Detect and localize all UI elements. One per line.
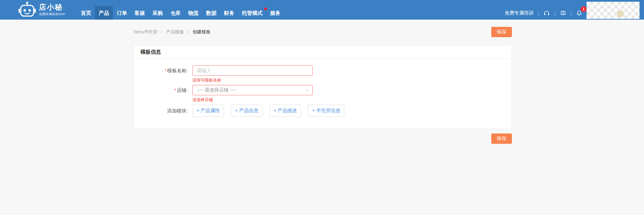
shop-label: *店铺: — [133, 85, 188, 102]
save-button-top[interactable]: 保存 — [491, 27, 512, 37]
shop-error: 请选择店铺 — [192, 97, 313, 102]
nav-item-managed-mode[interactable]: 托管模式 — [238, 6, 266, 20]
headset-icon[interactable] — [544, 10, 550, 16]
divider: | — [571, 10, 572, 15]
nav-item-logistics[interactable]: 物流 — [184, 6, 202, 20]
add-semi-managed-info-button[interactable]: + 半托管信息 — [308, 105, 344, 117]
shop-select-placeholder: ---- 请选择店铺 ---- — [197, 87, 236, 93]
shop-control: ---- 请选择店铺 ---- 请选择店铺 — [192, 85, 313, 102]
chevron-down-icon — [305, 89, 309, 92]
top-navbar: 店小秘 免费跨境电商ERP 首页 产品 订单 客服 采购 仓库 物流 数据 财务… — [0, 0, 644, 20]
shop-label-text: 店铺: — [177, 87, 188, 93]
template-name-error: 请填写模板名称 — [192, 78, 313, 83]
template-info-card: 模板信息 *模板名称: 请填写模板名称 *店铺: ---- 请选择店铺 ---- — [133, 45, 512, 129]
nav-item-warehouse[interactable]: 仓库 — [167, 6, 184, 20]
logo-subtitle: 免费跨境电商ERP — [39, 12, 65, 17]
template-name-label-text: 模板名称: — [167, 68, 188, 73]
nav-item-home[interactable]: 首页 — [77, 6, 95, 20]
divider: | — [538, 10, 539, 15]
add-modules-row: 添加模块: + 产品属性 + 产品信息 + 产品描述 + 半托管信息 — [133, 105, 511, 117]
add-product-attributes-button[interactable]: + 产品属性 — [192, 105, 224, 117]
add-product-info-button[interactable]: + 产品信息 — [231, 105, 262, 117]
required-marker: * — [174, 88, 176, 93]
main-nav-menu: 首页 产品 订单 客服 采购 仓库 物流 数据 财务 托管模式 服务 — [77, 6, 284, 20]
nav-item-services[interactable]: 服务 — [266, 6, 284, 20]
logo-title: 店小秘 — [39, 3, 65, 11]
bell-icon[interactable]: 1 — [576, 10, 582, 16]
module-buttons: + 产品属性 + 产品信息 + 产品描述 + 半托管信息 — [192, 105, 351, 117]
book-icon[interactable] — [560, 10, 566, 16]
breadcrumb-product-templates[interactable]: 产品模板 — [166, 29, 184, 35]
save-button-bottom[interactable]: 保存 — [491, 133, 512, 144]
nav-item-purchasing[interactable]: 采购 — [149, 6, 167, 20]
card-title: 模板信息 — [133, 45, 511, 58]
app-logo[interactable]: 店小秘 免费跨境电商ERP — [19, 1, 65, 19]
breadcrumb-separator: > — [161, 30, 163, 34]
breadcrumb-create-template: 创建模板 — [193, 29, 211, 35]
nav-item-orders[interactable]: 订单 — [113, 6, 131, 20]
navbar-right-tools: 免费专属培训 | | | 1 — [505, 6, 582, 20]
robot-logo-icon — [19, 1, 36, 19]
add-modules-label: 添加模块: — [133, 105, 188, 117]
divider: | — [554, 10, 555, 15]
nav-item-customer-service[interactable]: 客服 — [131, 6, 149, 20]
nav-item-finance[interactable]: 财务 — [220, 6, 238, 20]
template-form: *模板名称: 请填写模板名称 *店铺: ---- 请选择店铺 ---- — [133, 58, 511, 129]
add-product-description-button[interactable]: + 产品描述 — [269, 105, 301, 117]
breadcrumb: Temu半托管 > 产品模板 > 创建模板 — [133, 29, 211, 35]
template-name-control: 请填写模板名称 — [192, 65, 313, 83]
nav-item-managed-mode-label: 托管模式 — [242, 10, 262, 16]
shop-select[interactable]: ---- 请选择店铺 ---- — [192, 85, 313, 95]
nav-item-data[interactable]: 数据 — [202, 6, 220, 20]
nav-item-products[interactable]: 产品 — [95, 6, 113, 20]
logo-text-block: 店小秘 免费跨境电商ERP — [39, 3, 65, 17]
shop-row: *店铺: ---- 请选择店铺 ---- 请选择店铺 — [133, 85, 511, 102]
template-name-label: *模板名称: — [133, 65, 188, 83]
breadcrumb-separator: > — [187, 30, 190, 34]
breadcrumb-temu-semi-managed[interactable]: Temu半托管 — [133, 29, 158, 35]
free-training-link[interactable]: 免费专属培训 — [505, 10, 534, 16]
required-marker: * — [165, 68, 167, 73]
template-name-row: *模板名称: 请填写模板名称 — [133, 65, 511, 83]
user-account-redacted[interactable] — [587, 2, 640, 19]
notification-badge: 1 — [581, 6, 587, 12]
template-name-input[interactable] — [192, 65, 313, 76]
